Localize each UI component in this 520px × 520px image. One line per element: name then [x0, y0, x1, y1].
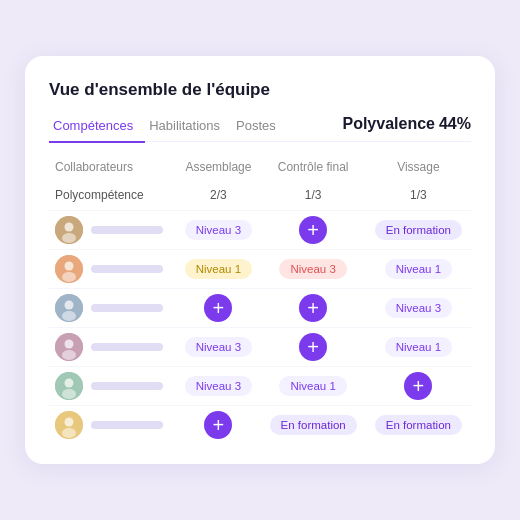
level-badge: Niveau 1: [185, 259, 252, 279]
avatar: [55, 294, 83, 322]
main-card: Vue d'ensemble de l'équipe Compétences H…: [25, 56, 495, 465]
table-header-row: Collaborateurs Assemblage Contrôle final…: [49, 156, 471, 182]
tabs-container: Compétences Habilitations Postes Polyval…: [49, 112, 471, 143]
cell-badge: Niveau 3: [261, 250, 366, 289]
avatar: [55, 411, 83, 439]
table-row: Niveau 3+Niveau 1: [49, 328, 471, 367]
polycomp-row: Polycompétence 2/3 1/3 1/3: [49, 182, 471, 211]
add-icon[interactable]: +: [299, 333, 327, 361]
avatar-image: [55, 333, 83, 361]
cell-add[interactable]: +: [261, 211, 366, 250]
cell-badge: Niveau 3: [176, 367, 260, 406]
name-placeholder: [91, 382, 163, 390]
cell-add[interactable]: +: [176, 289, 260, 328]
avatar: [55, 216, 83, 244]
svg-point-8: [62, 311, 76, 321]
col-header-assemblage: Assemblage: [176, 156, 260, 182]
svg-point-2: [62, 233, 76, 243]
level-badge: Niveau 1: [385, 337, 452, 357]
avatar-image: [55, 255, 83, 283]
collaborator-cell: [49, 367, 176, 406]
collaborator-cell: [49, 328, 176, 367]
name-placeholder: [91, 265, 163, 273]
name-placeholder: [91, 304, 163, 312]
collaborator-info: [55, 372, 170, 400]
add-icon[interactable]: +: [299, 216, 327, 244]
cell-badge: En formation: [366, 211, 471, 250]
add-icon[interactable]: +: [299, 294, 327, 322]
table-row: Niveau 3Niveau 1+: [49, 367, 471, 406]
collaborator-cell: [49, 289, 176, 328]
level-badge: Niveau 1: [279, 376, 346, 396]
level-badge: Niveau 1: [385, 259, 452, 279]
svg-point-5: [62, 272, 76, 282]
level-badge: En formation: [375, 220, 462, 240]
collaborator-info: [55, 411, 170, 439]
cell-badge: Niveau 1: [176, 250, 260, 289]
svg-point-7: [65, 301, 74, 310]
cell-badge: Niveau 3: [366, 289, 471, 328]
collaborator-info: [55, 333, 170, 361]
cell-badge: En formation: [261, 406, 366, 445]
tab-competences[interactable]: Compétences: [49, 112, 145, 143]
level-badge: Niveau 3: [385, 298, 452, 318]
cell-badge: Niveau 1: [261, 367, 366, 406]
avatar-image: [55, 294, 83, 322]
tab-postes[interactable]: Postes: [232, 112, 288, 143]
cell-badge: Niveau 1: [366, 328, 471, 367]
tab-habilitations[interactable]: Habilitations: [145, 112, 232, 143]
col-header-vissage: Vissage: [366, 156, 471, 182]
avatar: [55, 255, 83, 283]
collaborator-cell: [49, 211, 176, 250]
add-icon[interactable]: +: [404, 372, 432, 400]
svg-point-1: [65, 223, 74, 232]
collaborator-info: [55, 255, 170, 283]
name-placeholder: [91, 343, 163, 351]
collaborator-info: [55, 294, 170, 322]
page-title: Vue d'ensemble de l'équipe: [49, 80, 471, 100]
tabs-row: Compétences Habilitations Postes Polyval…: [49, 112, 471, 157]
avatar-image: [55, 411, 83, 439]
collaborator-cell: [49, 250, 176, 289]
table-row: Niveau 3+En formation: [49, 211, 471, 250]
svg-point-16: [65, 418, 74, 427]
level-badge: En formation: [270, 415, 357, 435]
col-header-controle: Contrôle final: [261, 156, 366, 182]
cell-add[interactable]: +: [261, 328, 366, 367]
cell-badge: Niveau 3: [176, 211, 260, 250]
collaborator-cell: [49, 406, 176, 445]
add-icon[interactable]: +: [204, 411, 232, 439]
cell-add[interactable]: +: [261, 289, 366, 328]
level-badge: En formation: [375, 415, 462, 435]
avatar: [55, 372, 83, 400]
polycomp-label: Polycompétence: [49, 182, 176, 211]
polycomp-vissage: 1/3: [366, 182, 471, 211]
svg-point-13: [65, 379, 74, 388]
polycomp-assemblage: 2/3: [176, 182, 260, 211]
cell-badge: En formation: [366, 406, 471, 445]
svg-point-10: [65, 340, 74, 349]
level-badge: Niveau 3: [185, 376, 252, 396]
svg-point-17: [62, 428, 76, 438]
cell-badge: Niveau 3: [176, 328, 260, 367]
name-placeholder: [91, 226, 163, 234]
cell-add[interactable]: +: [176, 406, 260, 445]
add-icon[interactable]: +: [204, 294, 232, 322]
table-row: ++Niveau 3: [49, 289, 471, 328]
cell-add[interactable]: +: [366, 367, 471, 406]
level-badge: Niveau 3: [185, 337, 252, 357]
avatar-image: [55, 372, 83, 400]
avatar: [55, 333, 83, 361]
svg-point-14: [62, 389, 76, 399]
competences-table: Collaborateurs Assemblage Contrôle final…: [49, 156, 471, 444]
polycomp-controle: 1/3: [261, 182, 366, 211]
name-placeholder: [91, 421, 163, 429]
collaborator-info: [55, 216, 170, 244]
svg-point-11: [62, 350, 76, 360]
table-row: +En formationEn formation: [49, 406, 471, 445]
avatar-image: [55, 216, 83, 244]
polyvalence-display: Polyvalence44%: [338, 115, 471, 141]
cell-badge: Niveau 1: [366, 250, 471, 289]
level-badge: Niveau 3: [185, 220, 252, 240]
svg-point-4: [65, 262, 74, 271]
